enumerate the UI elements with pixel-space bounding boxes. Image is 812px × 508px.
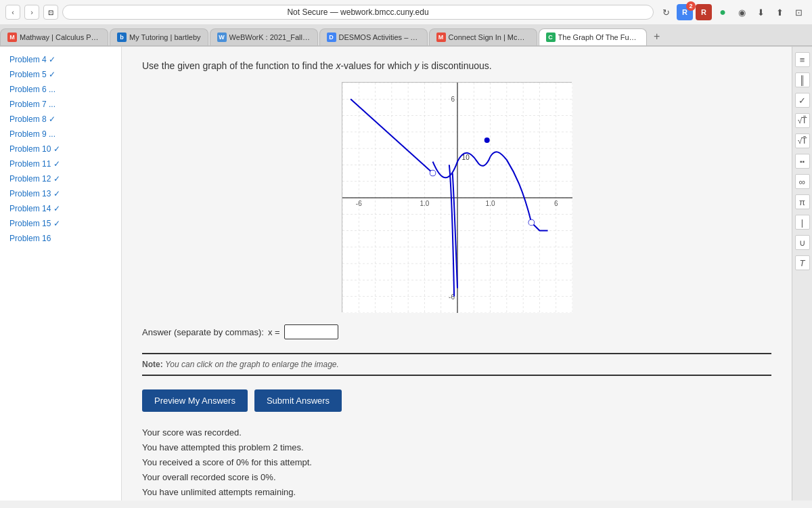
sidebar-item-problem-8[interactable]: Problem 8 ✓	[0, 112, 121, 127]
sidebar-item-problem-11[interactable]: Problem 11 ✓	[0, 156, 121, 171]
tab-mathway[interactable]: M Mathway | Calculus Problem S...	[0, 28, 108, 45]
window-button[interactable]: ⊡	[43, 5, 58, 20]
answer-input[interactable]	[284, 324, 338, 339]
score-line-5: You have unlimited attempts remaining.	[142, 485, 771, 500]
sidebar-item-problem-15[interactable]: Problem 15 ✓	[0, 216, 121, 231]
infinity-icon[interactable]: ∞	[795, 174, 810, 189]
browser-icons: ↻ R 2 R ● ◉ ⬇ ⬆ ⊡	[658, 4, 807, 20]
sidebar-item-problem-5[interactable]: Problem 5 ✓	[0, 67, 121, 82]
tab-desmos[interactable]: D DESMOS Activities – 2021 Fall...	[319, 28, 428, 45]
score-line-2: You have attempted this problem 2 times.	[142, 440, 771, 455]
graph-image[interactable]	[342, 82, 572, 312]
score-line-4: Your overall recorded score is 0%.	[142, 470, 771, 485]
tab-favicon-graph: C	[546, 33, 556, 42]
answer-row: Answer (separate by commas): x =	[142, 324, 771, 339]
tab-favicon-mcgraw: M	[436, 33, 446, 42]
tab-label-mathway: Mathway | Calculus Problem S...	[20, 33, 101, 41]
main-layout: Problem 4 ✓ Problem 5 ✓ Problem 6 ... Pr…	[0, 47, 812, 501]
tab-graph[interactable]: C The Graph Of The Function F l...	[539, 28, 647, 45]
problem-question: Use the given graph of the function to f…	[142, 60, 771, 71]
graph-container	[142, 82, 771, 312]
browser-chrome: ‹ › ⊡ Not Secure — webwork.bmcc.cuny.edu…	[0, 0, 812, 47]
submit-button[interactable]: Submit Answers	[254, 389, 342, 412]
browser-toolbar: ‹ › ⊡ Not Secure — webwork.bmcc.cuny.edu…	[0, 0, 812, 25]
sidebar-item-problem-13[interactable]: Problem 13 ✓	[0, 186, 121, 201]
tab-webwork[interactable]: W WeBWorK : 2021_Fall_MAT301_...	[210, 28, 318, 45]
back-button[interactable]: ‹	[5, 5, 20, 20]
sidebar-item-problem-10[interactable]: Problem 10 ✓	[0, 142, 121, 156]
button-row: Preview My Answers Submit Answers	[142, 389, 771, 412]
answer-var: x =	[268, 327, 280, 337]
tab-label-mcgraw: Connect Sign In | McGraw Hill	[449, 33, 530, 41]
pipe-icon[interactable]: |	[795, 215, 810, 230]
italic-t-icon[interactable]: T	[795, 255, 810, 270]
new-tab-button[interactable]: +	[648, 28, 666, 45]
fullscreen-button[interactable]: ⊡	[790, 4, 807, 20]
tab-label-desmos: DESMOS Activities – 2021 Fall...	[339, 33, 420, 41]
lines-icon[interactable]: ≡	[795, 52, 810, 67]
tab-label-bartleby: My Tutoring | bartleby	[129, 33, 201, 41]
right-toolbar: ≡ ║ ✓ √T̄ √T̄ ▪▪ ∞ π | ∪ T	[792, 47, 812, 501]
score-line-1: Your score was recorded.	[142, 425, 771, 440]
check-icon[interactable]: ✓	[795, 93, 810, 108]
union-icon[interactable]: ∪	[795, 235, 810, 250]
badge: 2	[686, 1, 696, 11]
sidebar-item-problem-7[interactable]: Problem 7 ...	[0, 97, 121, 112]
forward-button[interactable]: ›	[24, 5, 39, 20]
columns-icon[interactable]: ║	[795, 72, 810, 87]
note-text: You can click on the graph to enlarge th…	[165, 360, 339, 369]
ext-circle-button[interactable]: ◉	[734, 4, 750, 20]
answer-label: Answer (separate by commas):	[142, 327, 264, 337]
tab-favicon-webwork: W	[217, 33, 227, 42]
download-button[interactable]: ⬇	[752, 4, 769, 20]
ext-r-button[interactable]: R 2	[677, 4, 693, 20]
tab-favicon-bartleby: b	[117, 33, 127, 42]
grid-icon[interactable]: ▪▪	[795, 154, 810, 169]
sidebar-item-problem-4[interactable]: Problem 4 ✓	[0, 52, 121, 67]
tab-favicon-mathway: M	[7, 33, 17, 42]
share-button[interactable]: ⬆	[771, 4, 788, 20]
sidebar-item-problem-12[interactable]: Problem 12 ✓	[0, 171, 121, 186]
note-section: Note: You can click on the graph to enla…	[142, 353, 771, 376]
tab-mcgraw[interactable]: M Connect Sign In | McGraw Hill	[429, 28, 537, 45]
sidebar-item-problem-16[interactable]: Problem 16	[0, 231, 121, 246]
note-prefix: Note:	[142, 360, 163, 369]
preview-button[interactable]: Preview My Answers	[142, 389, 248, 412]
tab-label-graph: The Graph Of The Function F l...	[558, 33, 639, 41]
sidebar-item-problem-9[interactable]: Problem 9 ...	[0, 127, 121, 142]
sqrt2-icon[interactable]: √T̄	[795, 133, 810, 148]
tab-favicon-desmos: D	[327, 33, 336, 42]
ext-green-button[interactable]: ●	[715, 4, 731, 20]
sidebar: Problem 4 ✓ Problem 5 ✓ Problem 6 ... Pr…	[0, 47, 122, 501]
score-info: Your score was recorded. You have attemp…	[142, 425, 771, 500]
tab-label-webwork: WeBWorK : 2021_Fall_MAT301_...	[229, 33, 311, 41]
tab-bartleby[interactable]: b My Tutoring | bartleby	[110, 28, 208, 45]
sidebar-item-problem-14[interactable]: Problem 14 ✓	[0, 201, 121, 216]
ext-r2-button[interactable]: R	[696, 4, 712, 20]
address-bar[interactable]: Not Secure — webwork.bmcc.cuny.edu	[62, 5, 654, 20]
tabs-bar: M Mathway | Calculus Problem S... b My T…	[0, 25, 812, 46]
sqrt-icon[interactable]: √T̄	[795, 113, 810, 128]
pi-icon[interactable]: π	[795, 194, 810, 209]
reload-button[interactable]: ↻	[658, 4, 674, 20]
content-area: Use the given graph of the function to f…	[122, 47, 792, 501]
score-line-3: You received a score of 0% for this atte…	[142, 455, 771, 470]
sidebar-item-problem-6[interactable]: Problem 6 ...	[0, 82, 121, 97]
